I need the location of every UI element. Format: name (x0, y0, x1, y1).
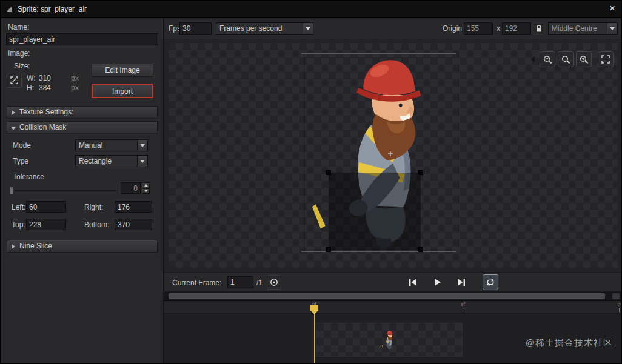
play-icon (433, 278, 441, 286)
type-value: Rectangle (76, 157, 137, 165)
dropdown-arrow-icon (303, 23, 313, 34)
playhead-line (314, 314, 315, 364)
tolerance-label: Tolerance (13, 173, 44, 181)
scrollbar-thumb[interactable] (169, 293, 605, 299)
mask-right-field[interactable] (115, 201, 152, 213)
collision-mask-rect[interactable] (329, 173, 421, 250)
collapse-toolbar-icon[interactable] (531, 56, 535, 62)
lock-icon (535, 24, 543, 33)
origin-separator: x (497, 24, 500, 33)
mode-value: Manual (76, 141, 137, 150)
timeline-ruler[interactable]: 0f 1f 2 (164, 301, 621, 314)
height-unit: px (71, 84, 79, 92)
collision-mask-header[interactable]: Collision Mask (7, 121, 158, 134)
scrollbar-grip[interactable] (612, 293, 620, 299)
nine-slice-label: Nine Slice (19, 242, 52, 250)
tolerance-spinner (142, 182, 150, 194)
skip-to-start-button[interactable] (406, 276, 420, 288)
window-title: Sprite: spr_player_air (18, 5, 87, 13)
texture-settings-label: Texture Settings: (19, 108, 73, 116)
zoom-in-icon (580, 55, 589, 64)
origin-lock-button[interactable] (533, 22, 545, 35)
nine-slice-header[interactable]: Nine Slice (7, 240, 158, 253)
mask-top-field[interactable] (26, 219, 66, 230)
height-value: 384 (39, 84, 51, 92)
spinner-down-button[interactable] (142, 188, 150, 194)
canvas-area (164, 39, 621, 272)
current-frame-label: Current Frame: (172, 279, 221, 287)
skip-to-end-button[interactable] (455, 276, 468, 288)
close-button[interactable]: × (607, 3, 618, 14)
frame-controls-bar: Current Frame: /1 (164, 272, 621, 291)
name-field[interactable] (6, 33, 158, 45)
tolerance-field[interactable] (121, 182, 141, 194)
mask-handle-bottom-right[interactable] (418, 247, 423, 252)
mask-left-label: Left: (12, 203, 25, 211)
collision-mask-label: Collision Mask (19, 123, 66, 131)
slider-handle[interactable] (10, 187, 13, 194)
mask-handle-top-right[interactable] (418, 170, 423, 175)
fps-label: Fps (169, 24, 181, 33)
origin-x-field[interactable] (464, 22, 493, 35)
spinner-up-button[interactable] (142, 182, 150, 188)
texture-settings-header[interactable]: Texture Settings: (7, 106, 158, 119)
edit-image-button[interactable]: Edit Image (92, 64, 153, 77)
tolerance-slider[interactable] (10, 190, 118, 191)
chevron-right-icon (12, 244, 15, 249)
origin-y-field[interactable] (502, 22, 531, 35)
timeline-scrollbar[interactable] (164, 291, 621, 301)
watermark: @稀土掘金技术社区 (526, 337, 613, 349)
mask-handle-top-left[interactable] (326, 170, 331, 175)
dropdown-arrow-icon (607, 23, 617, 34)
zoom-reset-button[interactable] (558, 51, 574, 67)
sprite-toolbar: Fps Frames per second Origin x Middle Ce… (164, 18, 621, 39)
timeline-tick: 1f (455, 302, 470, 312)
name-label: Name: (8, 23, 29, 31)
sprite-image-frame (301, 53, 456, 252)
dropdown-arrow-icon (137, 140, 147, 151)
fps-mode-dropdown[interactable]: Frames per second (216, 22, 313, 35)
zoom-in-button[interactable] (576, 51, 592, 67)
mask-bottom-label: Bottom: (84, 220, 109, 229)
sprite-canvas[interactable] (169, 43, 618, 268)
titlebar[interactable]: Sprite: spr_player_air (1, 1, 621, 18)
expand-icon (10, 76, 18, 84)
zoom-out-button[interactable] (540, 51, 555, 67)
fps-mode-value: Frames per second (216, 24, 303, 33)
width-unit: px (71, 74, 79, 82)
zoom-controls (531, 51, 614, 67)
onion-skin-button[interactable] (267, 275, 281, 290)
import-button[interactable]: Import (92, 84, 153, 98)
sprite-editor-window: Sprite: spr_player_air × Name: Image: Si… (0, 0, 622, 364)
fit-to-window-button[interactable] (598, 51, 614, 67)
frame-thumbnail[interactable] (381, 325, 396, 356)
width-value: 310 (39, 74, 51, 82)
onion-skin-icon (270, 278, 278, 286)
resize-sprite-button[interactable] (7, 73, 22, 88)
total-frames-label: /1 (256, 279, 263, 287)
timeline-tick: 2 (612, 302, 622, 312)
current-frame-field[interactable] (227, 276, 253, 288)
mask-bottom-field[interactable] (115, 219, 152, 230)
size-label: Size: (14, 62, 30, 70)
type-dropdown[interactable]: Rectangle (75, 155, 148, 167)
image-label: Image: (8, 49, 30, 58)
tick-label: 2 (617, 302, 620, 308)
origin-mode-value: Middle Centre (549, 24, 607, 33)
collapse-icon[interactable] (7, 7, 12, 12)
chevron-down-icon (11, 127, 16, 130)
fps-field[interactable] (179, 22, 212, 35)
fit-icon (601, 55, 610, 64)
dropdown-arrow-icon (137, 156, 147, 167)
play-button[interactable] (430, 276, 444, 288)
mask-handle-bottom-left[interactable] (326, 247, 331, 252)
origin-mode-dropdown[interactable]: Middle Centre (548, 22, 618, 35)
zoom-reset-icon (561, 55, 570, 64)
mask-left-field[interactable] (26, 201, 66, 213)
mask-top-label: Top: (12, 220, 25, 229)
width-label: W: (27, 74, 35, 82)
chevron-right-icon (12, 110, 15, 115)
loop-toggle-button[interactable] (483, 274, 498, 290)
loop-icon (485, 277, 496, 287)
mode-dropdown[interactable]: Manual (75, 139, 148, 151)
